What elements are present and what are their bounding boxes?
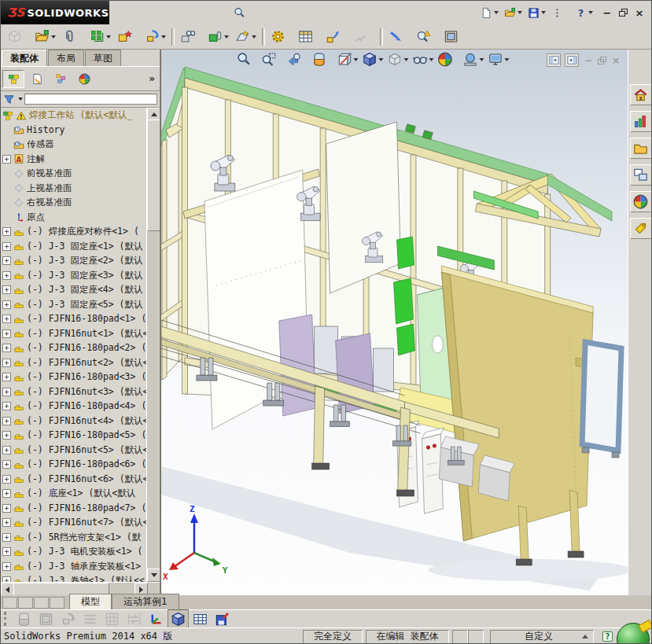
menu-item[interactable] xyxy=(160,10,172,15)
view-palette-tab[interactable] xyxy=(630,164,652,186)
move-component-button[interactable] xyxy=(142,27,169,46)
tree-item[interactable]: (-) J-3 卷轴<1> (默认<< xyxy=(1,574,147,583)
restore-button[interactable] xyxy=(619,9,628,17)
graphics-area[interactable]: Z X Y − × xyxy=(160,50,628,595)
tree-item[interactable]: 传感器 xyxy=(1,138,147,153)
expand-toggle[interactable] xyxy=(2,431,11,440)
tree-item[interactable]: (-) J-3 固定座<3> (默认 xyxy=(1,268,147,283)
save-button[interactable] xyxy=(525,6,548,20)
open-document-button[interactable] xyxy=(502,6,525,20)
menu-item[interactable] xyxy=(216,10,229,15)
show-hidden-components-button[interactable] xyxy=(177,27,204,46)
expand-toggle[interactable] xyxy=(2,489,11,498)
mate-button[interactable] xyxy=(59,27,87,46)
tree-item[interactable]: (-) FJFN16nut<4> (默认< xyxy=(1,414,147,429)
tree-item[interactable]: (-) J-3 固定座<1> (默认 xyxy=(1,239,147,254)
filter-input[interactable] xyxy=(24,94,157,105)
expand-toggle[interactable] xyxy=(2,285,11,294)
interference-detection-button[interactable] xyxy=(385,27,413,46)
tree-item[interactable]: (-) FJFN16nut<7> (默认< xyxy=(1,516,147,531)
expand-toggle[interactable] xyxy=(2,256,11,265)
tree-item[interactable]: 注解 xyxy=(1,152,147,167)
apply-scene-button[interactable] xyxy=(461,51,485,68)
rotate-tool-icon[interactable] xyxy=(57,609,79,629)
tab-sketch[interactable]: 草图 xyxy=(85,50,121,66)
large-assembly-mode-button[interactable] xyxy=(440,27,468,46)
bill-of-materials-button[interactable] xyxy=(295,27,322,46)
tree-item[interactable]: (-) 底座<1> (默认<默认 xyxy=(1,487,147,502)
tree-item[interactable]: (-) J-3 固定座<2> (默认 xyxy=(1,254,147,269)
scroll-down-button[interactable] xyxy=(147,569,160,582)
tree-item[interactable]: History xyxy=(1,123,147,138)
menu-item[interactable] xyxy=(117,10,130,15)
expand-toggle[interactable] xyxy=(2,504,11,513)
expand-toggle[interactable] xyxy=(2,417,11,425)
expand-toggle[interactable] xyxy=(2,242,11,251)
expand-toggle[interactable] xyxy=(2,344,11,352)
tree-item[interactable]: 前视基准面 xyxy=(1,167,147,182)
tree-item[interactable]: (-) J-3 固定座<4> (默认 xyxy=(1,283,147,298)
tree-item[interactable]: (-) FJFN16nut<6> (默认< xyxy=(1,472,147,487)
smart-fasteners-button[interactable] xyxy=(114,27,142,46)
grid-tool-icon[interactable] xyxy=(101,609,123,629)
edit-appearance-button[interactable] xyxy=(436,51,460,68)
expand-toggle[interactable] xyxy=(2,315,11,323)
tab-model[interactable]: 模型 xyxy=(69,594,112,609)
swap-tool-icon[interactable] xyxy=(123,609,145,629)
appearances-scenes-tab[interactable] xyxy=(630,191,652,212)
new-motion-study-button[interactable] xyxy=(267,27,295,46)
tree-item[interactable]: (-) 5R挡光帘支架<1> (默 xyxy=(1,530,147,545)
expand-toggle[interactable] xyxy=(2,446,11,454)
close-button[interactable]: × xyxy=(632,7,646,19)
view-settings-button[interactable] xyxy=(486,51,510,68)
edit-component-button[interactable] xyxy=(4,27,31,46)
tree-item[interactable]: (-) FJFN16-180pad<2> (默 xyxy=(1,341,147,356)
file-explorer-tab[interactable] xyxy=(630,138,652,159)
linear-component-pattern-button[interactable] xyxy=(87,27,114,46)
menu-item[interactable] xyxy=(174,10,186,15)
tree-item[interactable]: (-) FJFN16-180pad<7> (默 xyxy=(1,501,147,516)
scroll-left-button[interactable] xyxy=(1,583,14,596)
panel-expand-chevron[interactable]: » xyxy=(149,73,155,84)
tab-nav-button[interactable] xyxy=(50,597,64,609)
tree-vertical-scrollbar[interactable] xyxy=(146,108,160,582)
tree-item[interactable]: (-) FJFN16-180pad<1> (默 xyxy=(1,312,147,327)
view-orientation-button[interactable] xyxy=(360,51,385,68)
save-view-button[interactable] xyxy=(212,609,233,629)
new-document-button[interactable] xyxy=(478,6,501,20)
design-library-tab[interactable] xyxy=(630,111,652,132)
layers-tool-icon[interactable] xyxy=(35,609,57,629)
toolbar-grip[interactable] xyxy=(4,612,9,626)
tree-item[interactable]: (-) J-3 轴承座安装板<1> xyxy=(1,559,147,574)
doc-restore-button[interactable] xyxy=(598,57,606,64)
expand-toggle[interactable] xyxy=(2,359,11,367)
tree-item[interactable]: (-) FJFN16nut<2> (默认< xyxy=(1,355,147,370)
tree-item[interactable]: (-) J-3 电机安装板<1> ( xyxy=(1,545,147,560)
solidworks-resources-tab[interactable] xyxy=(630,84,652,105)
tab-nav-button[interactable] xyxy=(2,597,17,609)
texture-tool-icon[interactable] xyxy=(13,609,35,629)
explode-line-sketch-button[interactable] xyxy=(350,27,378,46)
configurationmanager-tab[interactable] xyxy=(50,70,72,88)
insert-components-button[interactable] xyxy=(31,27,59,46)
expand-toggle[interactable] xyxy=(2,300,11,309)
tree-root-item[interactable]: 焊接工作站 (默认<默认_ xyxy=(1,108,147,123)
shaded-view-button[interactable] xyxy=(168,609,189,629)
tree-item[interactable]: 右视基准面 xyxy=(1,196,147,211)
expand-toggle[interactable] xyxy=(2,533,11,542)
expand-toggle[interactable] xyxy=(2,518,11,527)
tab-layout[interactable]: 布局 xyxy=(48,50,84,66)
filter-caret-icon[interactable] xyxy=(18,98,23,101)
tab-motion-study[interactable]: 运动算例1 xyxy=(112,594,179,609)
tree-item[interactable]: 原点 xyxy=(1,210,147,225)
collapse-right-pane-button[interactable] xyxy=(565,53,579,67)
menu-item[interactable] xyxy=(202,10,215,15)
3d-viewport-scene[interactable]: Z X Y xyxy=(161,50,628,595)
displaymanager-tab[interactable] xyxy=(73,70,95,88)
design-table-button[interactable] xyxy=(190,609,211,629)
expand-toggle[interactable] xyxy=(2,373,11,381)
annotation-view-button[interactable] xyxy=(335,51,359,68)
propertymanager-tab[interactable] xyxy=(26,70,48,88)
menu-item[interactable] xyxy=(131,10,144,15)
tab-nav-button[interactable] xyxy=(18,597,33,609)
